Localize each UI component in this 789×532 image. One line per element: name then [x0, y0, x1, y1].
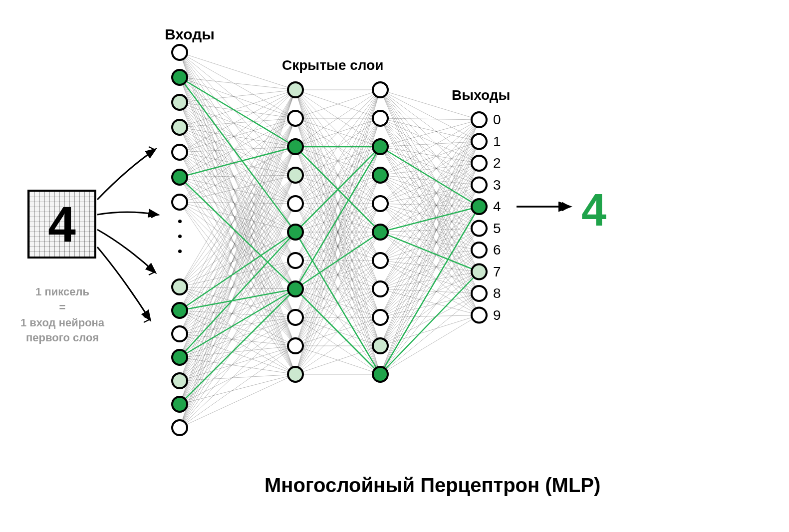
svg-line-305	[380, 120, 479, 175]
svg-point-423	[288, 168, 303, 183]
svg-point-425	[288, 225, 303, 240]
svg-line-278	[380, 90, 479, 185]
svg-line-141	[180, 346, 295, 404]
svg-point-418	[172, 397, 187, 412]
svg-line-298	[380, 147, 479, 185]
svg-point-440	[373, 338, 388, 353]
svg-line-345	[380, 120, 479, 289]
svg-point-408	[172, 95, 187, 110]
svg-line-275	[380, 90, 479, 120]
svg-line-403	[380, 232, 479, 272]
svg-line-76	[180, 202, 295, 374]
svg-point-417	[172, 373, 187, 388]
svg-line-294	[380, 118, 479, 315]
svg-point-412	[172, 195, 187, 210]
svg-line-129	[180, 317, 295, 381]
svg-point-431	[373, 82, 388, 97]
svg-point-442	[472, 112, 487, 127]
svg-line-289	[380, 118, 479, 207]
svg-point-437	[373, 253, 388, 268]
output-class-label: 7	[493, 264, 501, 280]
svg-point-406	[172, 45, 187, 60]
svg-line-362	[380, 272, 479, 318]
svg-line-293	[380, 118, 479, 293]
svg-point-444	[472, 156, 487, 171]
svg-line-140	[180, 317, 295, 404]
svg-point-426	[288, 253, 303, 268]
svg-point-410	[172, 145, 187, 160]
output-class-label: 5	[493, 221, 501, 237]
svg-line-4	[180, 52, 295, 204]
svg-line-303	[380, 147, 479, 293]
output-class-label: 3	[493, 177, 501, 193]
svg-line-386	[180, 77, 295, 232]
svg-point-424	[288, 196, 303, 211]
svg-point-411	[172, 170, 187, 185]
svg-line-80	[180, 175, 295, 287]
svg-point-429	[288, 338, 303, 353]
output-class-label: 8	[493, 285, 501, 301]
svg-point-416	[172, 350, 187, 365]
svg-point-419	[172, 420, 187, 435]
svg-line-151	[180, 317, 295, 428]
svg-point-427	[288, 281, 303, 296]
svg-line-367	[380, 163, 479, 346]
svg-line-361	[380, 250, 479, 317]
svg-line-375	[380, 120, 479, 374]
svg-line-277	[380, 90, 479, 163]
svg-line-384	[380, 315, 479, 375]
svg-line-58	[180, 175, 295, 177]
svg-line-137	[180, 232, 295, 404]
svg-line-378	[380, 185, 479, 375]
svg-point-450	[472, 286, 487, 301]
output-class-label: 2	[493, 155, 501, 171]
svg-line-90	[180, 147, 295, 310]
svg-line-142	[180, 374, 295, 404]
svg-point-407	[172, 70, 187, 85]
svg-point-445	[472, 178, 487, 193]
svg-line-360	[380, 229, 479, 318]
svg-point-430	[288, 367, 303, 382]
svg-point-439	[373, 310, 388, 325]
svg-line-71	[180, 202, 295, 232]
output-class-label: 6	[493, 242, 501, 258]
svg-point-433	[373, 139, 388, 154]
svg-line-81	[180, 204, 295, 287]
svg-point-438	[373, 281, 388, 296]
svg-line-358	[380, 185, 479, 318]
svg-point-420	[288, 82, 303, 97]
svg-point-443	[472, 134, 487, 149]
svg-point-451	[472, 308, 487, 323]
svg-line-359	[380, 207, 479, 317]
svg-point-421	[288, 111, 303, 126]
svg-line-131	[180, 374, 295, 381]
svg-line-44	[180, 90, 295, 152]
svg-point-448	[472, 243, 487, 258]
svg-line-351	[380, 250, 479, 289]
svg-point-422	[288, 139, 303, 154]
svg-point-449	[472, 265, 487, 279]
svg-line-114	[180, 204, 295, 357]
svg-line-130	[180, 346, 295, 381]
svg-point-435	[373, 196, 388, 211]
svg-line-284	[380, 90, 479, 315]
svg-line-138	[180, 261, 295, 404]
svg-line-79	[180, 147, 295, 287]
svg-point-428	[288, 310, 303, 325]
output-class-label: 9	[493, 307, 501, 323]
svg-line-116	[180, 261, 295, 357]
svg-line-276	[380, 90, 479, 142]
svg-line-371	[380, 250, 479, 346]
svg-line-369	[380, 207, 479, 346]
svg-point-447	[472, 221, 487, 236]
output-class-label: 0	[493, 112, 501, 128]
output-class-label: 4	[493, 199, 501, 215]
svg-point-436	[373, 225, 388, 240]
svg-line-288	[380, 118, 479, 185]
svg-point-434	[373, 168, 388, 183]
svg-point-413	[172, 279, 187, 294]
svg-point-441	[373, 367, 388, 382]
svg-line-103	[180, 204, 295, 334]
svg-point-414	[172, 303, 187, 318]
svg-line-128	[180, 289, 295, 381]
